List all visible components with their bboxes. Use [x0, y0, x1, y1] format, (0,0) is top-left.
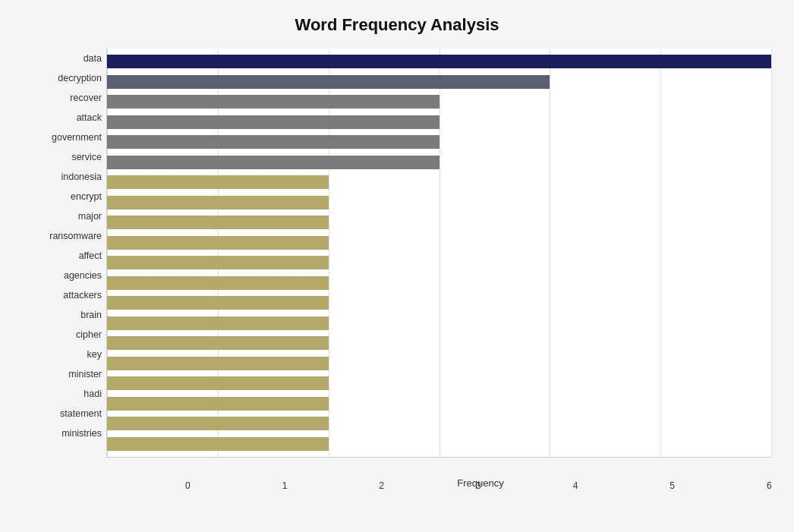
y-label: attackers: [63, 285, 106, 305]
bar-row: [107, 354, 771, 374]
y-label: indonesia: [61, 167, 106, 187]
y-label: data: [83, 49, 106, 68]
y-label: statement: [60, 404, 106, 423]
bar: [107, 296, 329, 310]
chart-area: datadecryptionrecoverattackgovernmentser…: [23, 49, 771, 489]
y-label: ministries: [61, 423, 106, 443]
chart-container: Word Frequency Analysis datadecryptionre…: [0, 0, 794, 532]
bar: [107, 316, 329, 330]
bar-row: [107, 333, 771, 354]
bar-row: [107, 132, 771, 153]
bar: [107, 336, 329, 350]
grid-line: [771, 49, 772, 457]
bar-row: [107, 313, 771, 334]
bar-row: [107, 193, 771, 213]
bar: [107, 95, 440, 109]
bar: [107, 397, 329, 411]
y-label: minister: [68, 364, 106, 384]
y-label: key: [87, 345, 106, 364]
bar-row: [107, 212, 771, 233]
y-label: decryption: [58, 68, 106, 88]
bar-row: [107, 72, 771, 93]
bar-row: [107, 293, 771, 313]
bar: [107, 75, 550, 89]
bar-row: [107, 112, 771, 133]
bar-row: [107, 172, 771, 193]
bar: [107, 156, 440, 169]
y-label: recover: [70, 88, 106, 108]
y-label: government: [52, 127, 106, 147]
y-label: brain: [80, 305, 106, 325]
y-label: major: [78, 206, 106, 226]
bar: [107, 357, 329, 370]
y-label: encrypt: [71, 187, 106, 206]
x-tick-label: 3: [476, 480, 481, 491]
bar: [107, 417, 329, 430]
bar: [107, 236, 329, 250]
y-label: hadi: [83, 384, 106, 404]
bars-area: [106, 49, 771, 458]
x-tick-label: 6: [767, 480, 772, 491]
bar-row: [107, 434, 771, 455]
x-tick-label: 2: [379, 480, 384, 491]
bar-row: [107, 92, 771, 112]
x-tick-label: 5: [670, 480, 675, 491]
bar: [107, 216, 329, 229]
bar-row: [107, 253, 771, 273]
y-label: cipher: [76, 325, 106, 345]
y-label: ransomware: [49, 226, 106, 246]
bar: [107, 376, 329, 390]
bar: [107, 115, 440, 129]
bar: [107, 135, 440, 149]
x-tick-label: 1: [282, 480, 288, 491]
bar-row: [107, 373, 771, 394]
x-tick-label: 4: [573, 480, 578, 491]
x-tick-label: 0: [185, 480, 191, 491]
bar: [107, 55, 771, 68]
bar-row: [107, 273, 771, 294]
y-label: service: [71, 147, 106, 167]
bar: [107, 276, 329, 290]
chart-title: Word Frequency Analysis: [23, 15, 771, 35]
bar-row: [107, 414, 771, 434]
bar: [107, 175, 329, 189]
y-label: affect: [79, 246, 106, 266]
bar: [107, 256, 329, 269]
bar-row: [107, 394, 771, 414]
bar-row: [107, 233, 771, 253]
y-label: agencies: [64, 266, 106, 285]
bar: [107, 196, 329, 209]
y-label: attack: [77, 108, 106, 127]
bar-row: [107, 153, 771, 173]
y-labels: datadecryptionrecoverattackgovernmentser…: [23, 49, 106, 489]
bar-row: [107, 52, 771, 72]
bar: [107, 437, 329, 451]
